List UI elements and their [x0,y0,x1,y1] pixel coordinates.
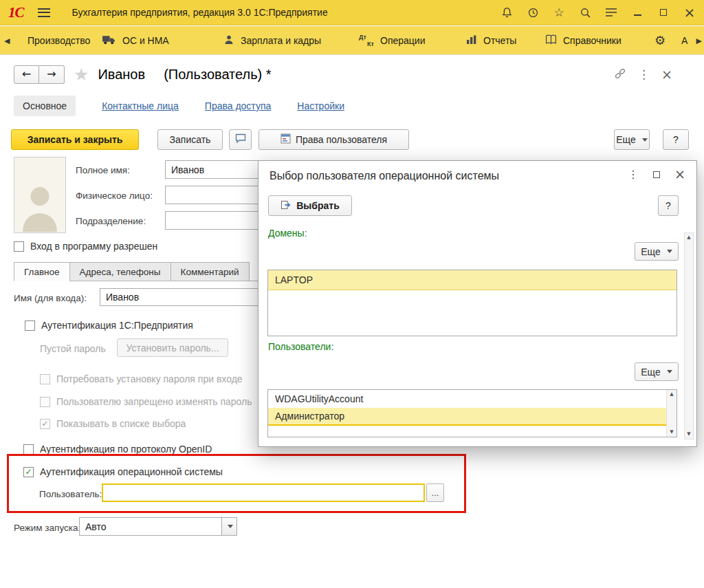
save-and-close-button[interactable]: Записать и закрыть [11,129,139,150]
search-icon[interactable] [572,0,598,25]
dialog-scrollbar[interactable]: ▲ ▼ [684,232,694,439]
require-password-change-checkbox: Потребовать установку пароля при входе [40,373,243,384]
functions-menu-icon[interactable] [598,0,624,25]
run-mode-label: Режим запуска: [14,523,80,533]
user-rights-button[interactable]: Права пользователя [258,129,409,150]
tab-settings[interactable]: Настройки [297,100,344,111]
form-close-icon[interactable]: × [661,68,672,81]
tab-glavnoe[interactable]: Главное [14,262,70,281]
nav-item-operations[interactable]: Дт Кт Операции [359,26,426,55]
dialog-help-button[interactable]: ? [658,195,679,216]
truck-icon [102,34,116,47]
favorite-star-icon[interactable]: ★ [74,66,89,83]
minimize-icon[interactable] [624,0,650,25]
page-title: Иванов(Пользователь) * [98,67,271,83]
scroll-down-icon[interactable]: ▼ [687,430,690,439]
dialog-close-icon[interactable]: × [674,168,685,181]
forward-button[interactable]: → [39,65,65,84]
nav-scroll-left-icon[interactable]: ◀ [4,26,10,55]
link-icon[interactable] [614,67,626,82]
one-c-logo: 1С [8,4,24,21]
book-icon [545,34,557,47]
scroll-down-icon[interactable]: ▼ [670,428,673,437]
empty-password-label: Пустой пароль [40,343,106,354]
nav-item-os-nma[interactable]: ОС и НМА [102,26,169,55]
maximize-icon[interactable] [650,0,676,25]
tab-contact-persons[interactable]: Контактные лица [102,100,179,111]
nav-item-directories[interactable]: Справочники [545,26,622,55]
dialog-more-icon[interactable]: ⋮ [628,169,639,180]
chevron-down-icon [667,250,672,253]
run-mode-select[interactable]: Авто [79,517,237,536]
back-button[interactable]: ← [14,65,39,84]
person-icon [223,34,234,47]
domains-label: Домены: [268,228,307,239]
domains-more-button[interactable]: Еще [635,242,679,261]
more-button[interactable]: Еще [614,129,650,150]
nav-scroll-right-icon[interactable]: ▶ [696,26,702,55]
os-user-browse-button[interactable]: ... [426,483,444,502]
os-user-input[interactable] [102,483,425,502]
select-icon [280,199,292,213]
domain-row-selected[interactable]: LAPTOP [268,270,676,290]
help-button[interactable]: ? [663,129,689,150]
users-label: Пользователи: [268,341,333,352]
form-header: ← → ★ Иванов(Пользователь) * ⋮ × [0,61,704,88]
combo-dropdown-button[interactable] [221,518,236,535]
object-type: (Пользователь) * [164,67,271,82]
app-window: 1С Бухгалтерия предприятия, редакция 3.0… [0,0,704,588]
department-label: Подразделение: [76,216,146,226]
dt-kt-icon: Дт Кт [359,34,374,47]
nav-item-salary-hr[interactable]: Зарплата и кадры [223,26,321,55]
chevron-down-icon [228,525,233,528]
login-name-label: Имя (для входа): [14,293,87,303]
sections-navbar: ◀ Производство ОС и НМА Зарплата и кадры… [0,26,704,55]
titlebar-actions: ☆ × [494,0,703,25]
users-more-button[interactable]: Еще [635,362,679,381]
dialog-maximize-icon[interactable] [653,171,660,178]
tab-addresses[interactable]: Адреса, телефоны [69,262,171,281]
dialog-title: Выбор пользователя операционной системы [270,170,499,182]
openid-checkbox[interactable]: Аутентификация по протоколу OpenID [23,444,212,455]
show-in-list-checkbox: ✓ Показывать в списке выбора [40,418,186,429]
login-allowed-checkbox[interactable]: Вход в программу разрешен [14,241,157,252]
titlebar: 1С Бухгалтерия предприятия, редакция 3.0… [0,0,704,25]
user-photo-placeholder[interactable] [14,157,66,233]
main-menu-icon[interactable] [38,8,50,17]
auth-1c-checkbox[interactable]: Аутентификация 1С:Предприятия [25,320,193,331]
window-title: Бухгалтерия предприятия, редакция 3.0 1С… [72,7,328,18]
set-password-button: Установить пароль... [117,338,228,357]
tab-access-rights[interactable]: Права доступа [205,100,271,111]
history-icon[interactable] [520,0,546,25]
nav-item-overflow[interactable]: А [681,26,688,55]
tab-main[interactable]: Основное [14,96,76,116]
gear-icon[interactable]: ⚙ [654,26,666,55]
dialog-controls: ⋮ × [628,168,685,181]
scroll-up-icon[interactable]: ▲ [687,233,690,242]
notifications-bell-icon[interactable] [494,0,520,25]
users-list-scrollbar[interactable]: ▲ ▼ [666,390,676,437]
user-rights-icon [280,133,291,146]
users-list: WDAGUtilityAccount Администратор ▲ ▼ [267,389,677,437]
save-button[interactable]: Записать [157,129,223,150]
avatar [20,180,60,232]
select-button[interactable]: Выбрать [268,195,352,216]
more-menu-icon[interactable]: ⋮ [638,69,650,80]
comment-icon [235,133,246,146]
scroll-up-icon[interactable]: ▲ [670,390,673,399]
content-tabs: Главное Адреса, телефоны Комментарий [14,262,249,281]
form-nav-tabs: Основное Контактные лица Права доступа Н… [14,95,344,117]
os-auth-checkbox[interactable]: ✓ Аутентификация операционной системы [23,466,223,477]
favorites-star-icon[interactable]: ☆ [546,0,572,25]
tab-comment[interactable]: Комментарий [170,262,250,281]
user-row-selected[interactable]: Администратор [268,408,667,426]
close-icon[interactable]: × [676,0,703,25]
nav-item-production[interactable]: Производство [28,26,90,55]
form-toolbar: Записать и закрыть Записать Права пользо… [0,129,704,151]
user-row[interactable]: WDAGUtilityAccount [268,390,667,408]
discussion-button[interactable] [229,129,252,150]
forbid-password-change-checkbox: Пользователю запрещено изменять пароль [40,396,252,407]
bar-chart-icon [466,35,477,47]
chevron-down-icon [642,138,648,142]
nav-item-reports[interactable]: Отчеты [466,26,516,55]
